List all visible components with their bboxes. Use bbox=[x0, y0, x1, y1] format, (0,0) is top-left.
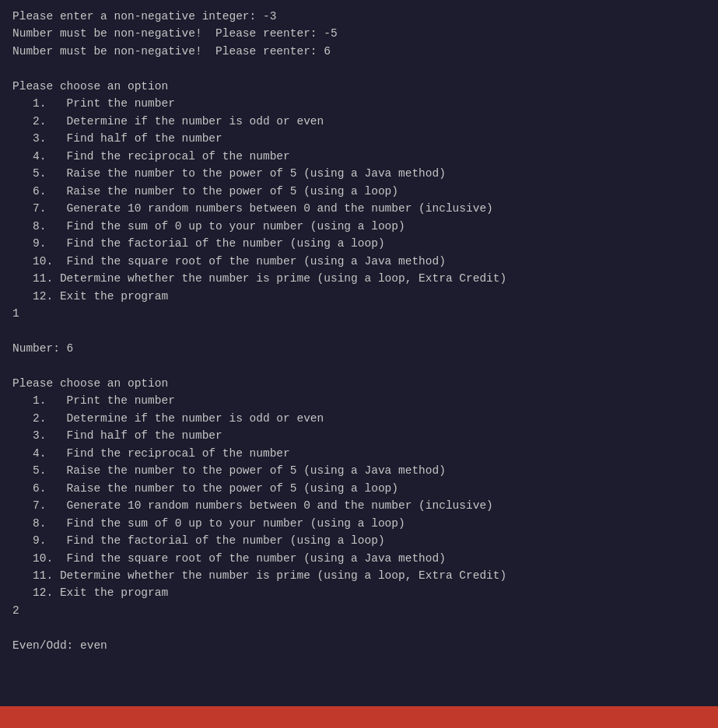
terminal-line-6: 2. Determine if the number is odd or eve… bbox=[12, 113, 706, 130]
terminal-line-2: Number must be non-negative! Please reen… bbox=[12, 43, 706, 60]
bottom-bar bbox=[0, 706, 718, 728]
terminal-line-14: 10. Find the square root of the number (… bbox=[12, 253, 706, 270]
terminal-line-0: Please enter a non-negative integer: -3 bbox=[12, 8, 706, 25]
terminal-line-11: 7. Generate 10 random numbers between 0 … bbox=[12, 200, 706, 217]
terminal-line-23: 2. Determine if the number is odd or eve… bbox=[12, 410, 706, 427]
terminal-line-19: Number: 6 bbox=[12, 340, 706, 357]
terminal-line-16: 12. Exit the program bbox=[12, 288, 706, 305]
terminal-line-17: 1 bbox=[12, 305, 706, 322]
terminal-line-36: Even/Odd: even bbox=[12, 637, 706, 654]
terminal-line-8: 4. Find the reciprocal of the number bbox=[12, 148, 706, 165]
terminal-line-33: 12. Exit the program bbox=[12, 584, 706, 601]
terminal-line-12: 8. Find the sum of 0 up to your number (… bbox=[12, 218, 706, 235]
terminal-line-34: 2 bbox=[12, 602, 706, 619]
blank-line-3 bbox=[12, 60, 706, 77]
terminal-line-21: Please choose an option bbox=[12, 375, 706, 392]
terminal-line-7: 3. Find half of the number bbox=[12, 130, 706, 147]
blank-line-20 bbox=[12, 357, 706, 374]
blank-line-18 bbox=[12, 322, 706, 339]
terminal-line-5: 1. Print the number bbox=[12, 95, 706, 112]
terminal-line-27: 6. Raise the number to the power of 5 (u… bbox=[12, 480, 706, 497]
terminal-line-29: 8. Find the sum of 0 up to your number (… bbox=[12, 515, 706, 532]
terminal-line-31: 10. Find the square root of the number (… bbox=[12, 550, 706, 567]
terminal-line-4: Please choose an option bbox=[12, 78, 706, 95]
terminal-line-25: 4. Find the reciprocal of the number bbox=[12, 445, 706, 462]
terminal-line-1: Number must be non-negative! Please reen… bbox=[12, 25, 706, 42]
terminal-line-32: 11. Determine whether the number is prim… bbox=[12, 567, 706, 584]
terminal-line-24: 3. Find half of the number bbox=[12, 427, 706, 444]
terminal-line-22: 1. Print the number bbox=[12, 392, 706, 409]
terminal-line-10: 6. Raise the number to the power of 5 (u… bbox=[12, 183, 706, 200]
terminal-line-15: 11. Determine whether the number is prim… bbox=[12, 270, 706, 287]
terminal-line-9: 5. Raise the number to the power of 5 (u… bbox=[12, 165, 706, 182]
terminal-line-28: 7. Generate 10 random numbers between 0 … bbox=[12, 497, 706, 514]
terminal-window: Please enter a non-negative integer: -3N… bbox=[0, 0, 718, 728]
blank-line-35 bbox=[12, 619, 706, 636]
terminal-line-26: 5. Raise the number to the power of 5 (u… bbox=[12, 462, 706, 479]
terminal-line-13: 9. Find the factorial of the number (usi… bbox=[12, 235, 706, 252]
terminal-line-30: 9. Find the factorial of the number (usi… bbox=[12, 532, 706, 549]
terminal-output: Please enter a non-negative integer: -3N… bbox=[12, 8, 706, 654]
